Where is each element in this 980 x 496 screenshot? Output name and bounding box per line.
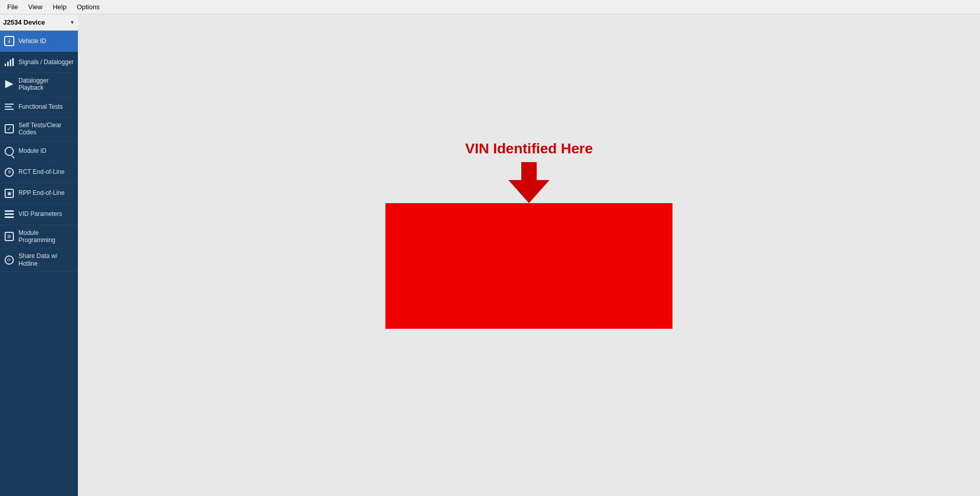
sidebar-item-self-tests[interactable]: ✓ Self Tests/Clear Codes: [0, 117, 78, 141]
app-body: J2534 Device ▼ i Vehicle ID: [0, 14, 980, 496]
sidebar-item-label: Self Tests/Clear Codes: [18, 122, 75, 136]
play-icon: [3, 78, 15, 90]
list-icon: [3, 101, 15, 113]
vin-title: VIN Identified Here: [465, 141, 593, 157]
sidebar-item-signals-datalogger[interactable]: Signals / Datalogger: [0, 52, 78, 73]
vin-display-box: [385, 203, 672, 329]
device-label: J2534 Device: [3, 18, 45, 26]
main-content: VIN Identified Here: [78, 14, 980, 496]
sidebar-item-vid-parameters[interactable]: VID Parameters: [0, 204, 78, 225]
sidebar-item-label: Datalogger Playback: [18, 77, 75, 92]
menu-options[interactable]: Options: [72, 2, 105, 12]
sidebar-item-label: Signals / Datalogger: [18, 58, 74, 66]
sidebar-item-share-data-hotline[interactable]: ⟳ Share Data w/ Hotline: [0, 248, 78, 272]
share-icon: ⟳: [3, 254, 15, 266]
check-icon: ✓: [3, 123, 15, 135]
device-selector[interactable]: J2534 Device ▼: [0, 14, 78, 31]
sidebar-item-module-programming[interactable]: ⊞ Module Programming: [0, 225, 78, 249]
menu-help[interactable]: Help: [48, 2, 72, 12]
chevron-down-icon[interactable]: ▼: [70, 19, 75, 25]
rpp-icon: ▣: [3, 187, 15, 200]
info-icon: i: [3, 35, 15, 47]
arrow-head: [508, 180, 549, 203]
sidebar-item-module-id[interactable]: Module ID: [0, 141, 78, 162]
vin-container: VIN Identified Here: [385, 141, 672, 329]
sidebar-item-label: RPP End-of-Line: [18, 189, 65, 196]
sidebar: J2534 Device ▼ i Vehicle ID: [0, 14, 78, 496]
rct-icon: ⚙: [3, 166, 15, 178]
sidebar-item-label: VID Parameters: [18, 210, 62, 217]
bars-icon: [3, 208, 15, 221]
menu-view[interactable]: View: [23, 2, 48, 12]
sidebar-item-rpp-end-of-line[interactable]: ▣ RPP End-of-Line: [0, 183, 78, 204]
menu-file[interactable]: File: [2, 2, 23, 12]
sidebar-item-vehicle-id[interactable]: i Vehicle ID: [0, 31, 78, 52]
menubar: File View Help Options: [0, 0, 980, 14]
sidebar-item-label: Module Programming: [18, 229, 75, 244]
search-icon: [3, 145, 15, 157]
sidebar-item-label: Module ID: [18, 147, 47, 154]
signal-icon: [3, 56, 15, 68]
arrow-down-icon: [514, 162, 544, 203]
sidebar-item-label: Functional Tests: [18, 103, 63, 110]
sidebar-item-functional-tests[interactable]: Functional Tests: [0, 96, 78, 117]
sidebar-item-datalogger-playback[interactable]: Datalogger Playback: [0, 73, 78, 96]
arrow-shaft: [521, 162, 537, 180]
programming-icon: ⊞: [3, 230, 15, 243]
sidebar-item-label: Share Data w/ Hotline: [18, 252, 75, 267]
sidebar-nav: i Vehicle ID Signals / Datalogger: [0, 31, 78, 496]
sidebar-item-rct-end-of-line[interactable]: ⚙ RCT End-of-Line: [0, 162, 78, 183]
sidebar-item-label: Vehicle ID: [18, 37, 46, 45]
sidebar-item-label: RCT End-of-Line: [18, 168, 65, 175]
